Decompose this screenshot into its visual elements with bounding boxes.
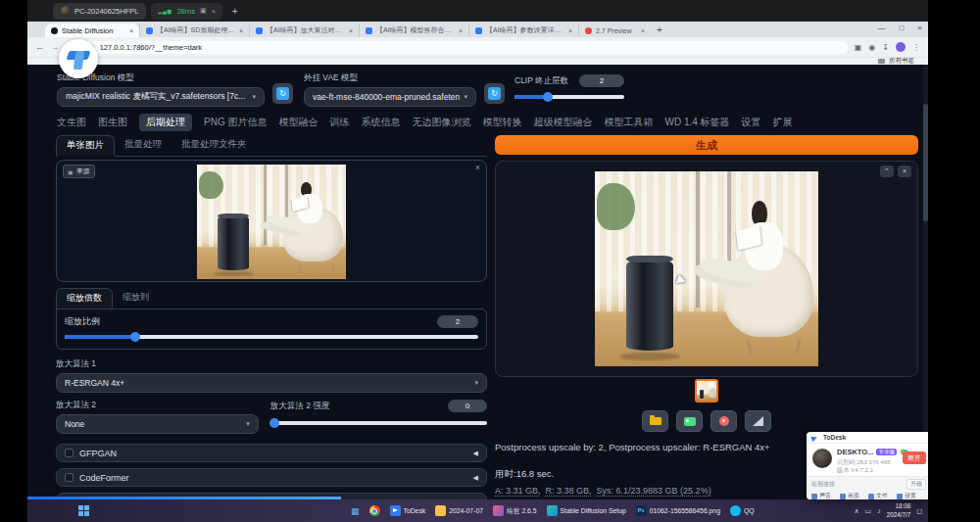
maximize-button[interactable]: □ [899, 24, 904, 32]
upscaler2-strength-slider[interactable] [270, 421, 487, 425]
tab-system-info[interactable]: 系统信息 [361, 116, 400, 129]
panel-close-button[interactable]: × [898, 166, 911, 177]
tab-scale-to[interactable]: 缩放到 [113, 288, 159, 308]
tool-sound[interactable]: 声音 [811, 492, 831, 499]
accordion-codeformer[interactable]: CodeFormer ◀ [56, 468, 487, 487]
refresh-sd-model-button[interactable]: ↻ [272, 83, 293, 104]
upscaler1-select[interactable]: R-ESRGAN 4x+ ▾ [56, 373, 487, 393]
output-image[interactable] [595, 171, 818, 366]
tray-network-icon[interactable]: ▭ [865, 507, 872, 515]
taskbar-item-sd-setup[interactable]: Stable Diffusion Setup [547, 505, 626, 516]
subtab-single-image[interactable]: 单张图片 [56, 135, 115, 157]
tab-close-icon[interactable]: × [459, 27, 463, 34]
start-button[interactable] [78, 505, 89, 516]
collapse-icon[interactable]: ◀ [473, 450, 478, 457]
tab-png-info[interactable]: PNG 图片信息 [204, 116, 267, 129]
notifications-icon[interactable]: ◻ [916, 507, 922, 515]
tab-super-merger[interactable]: 超级模型融合 [533, 116, 592, 129]
scale-ratio-slider[interactable] [65, 335, 478, 339]
close-button[interactable]: × [917, 24, 922, 32]
latency-chip[interactable]: ▂▄▆ 28ms ▣ × [151, 3, 221, 20]
upgrade-button[interactable]: 升级 [906, 479, 926, 490]
open-folder-button[interactable] [642, 410, 668, 432]
clear-image-icon[interactable]: × [475, 163, 480, 172]
browser-tab-active[interactable]: Stable Diffusion × [45, 24, 139, 37]
upscaler2-strength-value[interactable]: 0 [448, 400, 487, 412]
browser-tab[interactable]: 【AI绘画】SD后期处理教程 - 哔哩哔哩 × [139, 24, 249, 37]
refresh-vae-button[interactable]: ↻ [484, 83, 505, 104]
tab-close-icon[interactable]: × [641, 27, 645, 34]
browser-tab[interactable]: 2.7 Preview × [578, 24, 651, 37]
disconnect-button[interactable]: 断开 [903, 451, 926, 464]
todesk-logo-icon [810, 433, 821, 442]
taskbar-item-launcher[interactable]: 绘世 2.6.5 [493, 505, 537, 516]
tab-image-browser[interactable]: 无边图像浏览 [412, 116, 470, 129]
taskbar-item-qq[interactable]: QQ [730, 505, 755, 516]
tab-txt2img[interactable]: 文生图 [57, 116, 86, 129]
back-icon[interactable]: ← [35, 42, 44, 52]
subtab-batch-folder[interactable]: 批量处理文件夹 [172, 135, 257, 156]
subtab-batch-process[interactable]: 批量处理 [115, 135, 172, 156]
task-view-icon[interactable]: ▦ [351, 506, 360, 516]
minimize-button[interactable]: — [877, 24, 885, 32]
tool-settings[interactable]: 设置 [897, 492, 916, 499]
tab-close-icon[interactable]: × [349, 27, 353, 34]
forward-icon[interactable]: → [51, 42, 60, 52]
profile-avatar[interactable] [896, 42, 906, 52]
gfpgan-checkbox[interactable] [65, 449, 74, 457]
tab-model-converter[interactable]: 模型转换 [482, 116, 521, 129]
taskbar-item-folder[interactable]: 2024-07-07 [435, 505, 483, 516]
tab-close-icon[interactable]: × [129, 27, 133, 34]
chrome-taskbar-icon[interactable] [369, 505, 380, 516]
clip-skip-slider[interactable] [514, 95, 624, 99]
send-to-extras-button[interactable] [745, 410, 771, 432]
collapse-icon[interactable]: ◀ [473, 474, 478, 482]
upscaler2-select[interactable]: None ▾ [56, 414, 259, 434]
tool-files[interactable]: 文件 [868, 492, 888, 499]
tab-img2img[interactable]: 图生图 [98, 116, 127, 129]
session-close-icon[interactable]: × [212, 8, 216, 15]
tab-close-icon[interactable]: × [568, 27, 572, 34]
browser-tab[interactable]: 【AI绘画】放大算法对比 - 哔哩哔哩 × [249, 24, 359, 37]
browser-tab[interactable]: 【AI绘画】模型推荐合集 - 哔哩哔哩 × [359, 24, 468, 37]
panel-collapse-button[interactable]: ⌃ [880, 166, 894, 177]
tab-checkpoint-merger[interactable]: 模型融合 [278, 116, 318, 129]
download-icon[interactable]: ↧ [882, 43, 889, 52]
tab-wd-tagger[interactable]: WD 1.4 标签器 [664, 116, 729, 129]
source-image[interactable] [197, 165, 346, 279]
todesk-session-tab[interactable]: PC-20240625HFPL [53, 3, 146, 20]
new-tab-button[interactable]: + [657, 24, 662, 35]
account-icon[interactable]: ◉ [868, 43, 875, 52]
tab-extensions[interactable]: 扩展 [773, 116, 793, 129]
tab-model-toolkit[interactable]: 模型工具箱 [604, 116, 653, 129]
vae-select[interactable]: vae-ft-mse-840000-ema-pruned.safetensors… [304, 87, 476, 107]
taskbar-item-png[interactable]: Ps 01062-1565586456.png [636, 505, 720, 516]
tab-train[interactable]: 训练 [329, 116, 349, 129]
taskbar-clock[interactable]: 18:08 2024/7/7 [887, 502, 911, 519]
accordion-gfpgan[interactable]: GFPGAN ◀ [56, 444, 487, 462]
taskbar-item-todesk[interactable]: ToDesk [390, 505, 426, 516]
save-image-button[interactable] [676, 410, 703, 432]
tray-volume-icon[interactable]: ♪ [877, 507, 881, 514]
tab-close-icon[interactable]: × [239, 27, 243, 34]
codeformer-checkbox[interactable] [65, 473, 74, 482]
sd-model-select[interactable]: majicMIX realistic 麦橘写实_v7.safetensors [… [57, 87, 265, 107]
monitor-icon[interactable]: ▣ [200, 7, 207, 15]
tray-expand-icon[interactable]: ∧ [854, 507, 858, 515]
thumbnail-selected[interactable] [695, 379, 718, 403]
new-session-button[interactable]: + [232, 6, 238, 17]
extensions-icon[interactable]: ▣ [855, 43, 862, 52]
address-bar[interactable]: ◎ 127.0.0.1:7860/?__theme=dark [81, 41, 848, 54]
send-to-inpaint-button[interactable] [710, 410, 737, 432]
clip-skip-value[interactable]: 2 [579, 74, 624, 87]
tab-extras[interactable]: 后期处理 [139, 114, 192, 131]
signal-icon: ▂▄▆ [158, 8, 172, 14]
source-image-dropzone[interactable]: ▣ 来源 × [56, 160, 487, 282]
browser-tab[interactable]: 【AI绘画】参数设置详解 - 哔哩哔哩 × [468, 24, 578, 37]
tab-settings[interactable]: 设置 [742, 116, 761, 129]
menu-dots-icon[interactable]: ⋮ [912, 43, 920, 52]
generate-button[interactable]: 生成 [495, 135, 918, 155]
scale-ratio-value[interactable]: 2 [437, 315, 478, 328]
tab-scale-by[interactable]: 缩放倍数 [56, 288, 113, 309]
tool-quality[interactable]: 画质 [840, 492, 859, 499]
